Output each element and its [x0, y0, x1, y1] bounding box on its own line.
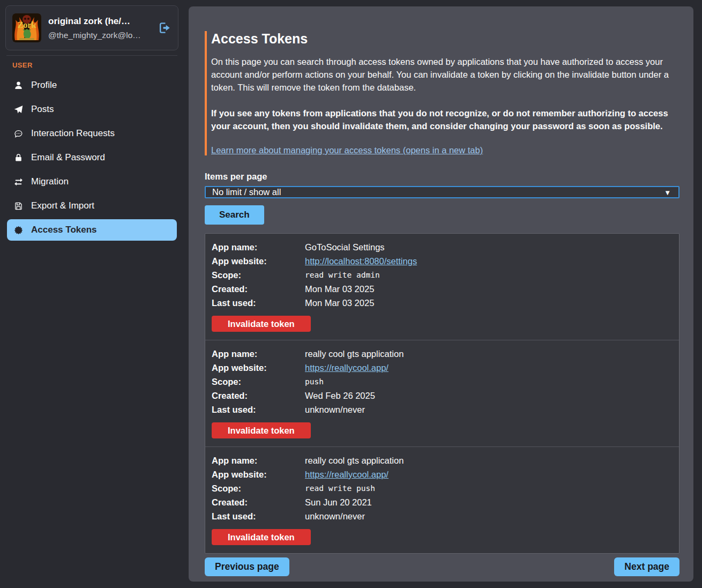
sidebar-item-posts[interactable]: Posts: [7, 99, 177, 120]
token-field-row: Last used: unknown/never: [212, 403, 673, 416]
token-field-row: App name: really cool gts application: [212, 347, 673, 361]
invalidate-token-button[interactable]: Invalidate token: [212, 529, 311, 545]
field-label-scope: Scope:: [212, 481, 305, 495]
sidebar-item-label: Access Tokens: [31, 225, 97, 235]
items-per-page-label: Items per page: [205, 172, 679, 182]
next-page-button[interactable]: Next page: [614, 557, 679, 576]
sidebar-item-label: Profile: [31, 80, 57, 91]
field-label-last-used: Last used:: [212, 403, 305, 416]
token-created: Sun Jun 20 2021: [305, 495, 372, 509]
sign-out-icon[interactable]: [158, 21, 171, 35]
token-app-name: really cool gts application: [305, 347, 404, 361]
token-app-website-link[interactable]: https://reallycool.app/: [305, 361, 389, 375]
avatar: Zork: [12, 13, 41, 42]
user-handle: @the_mighty_zork@lo…: [48, 31, 151, 40]
token-last-used: unknown/never: [305, 509, 365, 523]
token-last-used: unknown/never: [305, 403, 365, 416]
token-app-name: really cool gts application: [305, 453, 404, 467]
token-field-row: App website: https://reallycool.app/: [212, 361, 673, 375]
sidebar-item-migration[interactable]: Migration: [7, 171, 177, 192]
field-label-last-used: Last used:: [212, 509, 305, 523]
sidebar-item-interaction-requests[interactable]: Interaction Requests: [7, 123, 177, 144]
search-button[interactable]: Search: [205, 205, 264, 225]
sidebar-nav: Profile Posts Interaction Requests Email…: [5, 75, 178, 241]
token-entry: App name: really cool gts application Ap…: [205, 340, 679, 447]
sidebar-divider: [6, 55, 177, 56]
token-list: App name: GoToSocial Settings App websit…: [205, 233, 679, 554]
user-display-name: original zork (he/…: [48, 16, 151, 27]
token-field-row: Scope: push: [212, 375, 673, 389]
token-entry: App name: GoToSocial Settings App websit…: [205, 234, 679, 340]
previous-page-button[interactable]: Previous page: [205, 557, 289, 576]
field-label-app-website: App website:: [212, 361, 305, 375]
sidebar-item-email-password[interactable]: Email & Password: [7, 147, 177, 168]
token-field-row: Created: Wed Feb 26 2025: [212, 389, 673, 403]
token-field-row: App website: http://localhost:8080/setti…: [212, 254, 673, 268]
sidebar-item-label: Migration: [31, 176, 69, 187]
field-label-app-website: App website:: [212, 467, 305, 481]
warning-paragraph: If you see any tokens from applications …: [211, 107, 679, 132]
token-field-row: Scope: read write admin: [212, 268, 673, 282]
sidebar: Zork original zork (he/… @the_mighty_zor…: [0, 0, 188, 588]
pagination: Previous page Next page: [205, 557, 679, 576]
invalidate-token-button[interactable]: Invalidate token: [212, 422, 311, 438]
sidebar-item-export-import[interactable]: Export & Import: [7, 195, 177, 217]
token-field-row: Last used: Mon Mar 03 2025: [212, 296, 673, 310]
app-root: Zork original zork (he/… @the_mighty_zor…: [0, 0, 702, 588]
items-per-page-select[interactable]: No limit / show all ▼: [205, 186, 679, 198]
token-app-website-link[interactable]: https://reallycool.app/: [305, 467, 389, 481]
main-panel: Access Tokens On this page you can searc…: [189, 6, 693, 582]
svg-text:Zork: Zork: [18, 20, 36, 29]
sidebar-item-label: Export & Import: [31, 200, 94, 211]
field-label-app-website: App website:: [212, 254, 305, 268]
token-last-used: Mon Mar 03 2025: [305, 296, 374, 310]
token-field-row: Last used: unknown/never: [212, 509, 673, 523]
token-created: Mon Mar 03 2025: [305, 282, 374, 296]
page-intro: Access Tokens On this page you can searc…: [205, 31, 679, 155]
token-field-row: App website: https://reallycool.app/: [212, 467, 673, 481]
learn-more-link[interactable]: Learn more about managing your access to…: [211, 145, 483, 155]
certificate-icon: [13, 225, 23, 235]
user-card[interactable]: Zork original zork (he/… @the_mighty_zor…: [5, 5, 178, 50]
user-info: original zork (he/… @the_mighty_zork@lo…: [48, 16, 151, 40]
user-icon: [13, 80, 23, 90]
field-label-created: Created:: [212, 389, 305, 403]
sidebar-item-profile[interactable]: Profile: [7, 75, 177, 96]
token-field-row: App name: really cool gts application: [212, 453, 673, 467]
token-field-row: Created: Mon Mar 03 2025: [212, 282, 673, 296]
sidebar-item-label: Interaction Requests: [31, 128, 115, 139]
nav-section-label: USER: [12, 61, 178, 69]
token-scope: push: [305, 375, 324, 389]
invalidate-token-button[interactable]: Invalidate token: [212, 316, 311, 332]
token-scope: read write push: [305, 481, 375, 495]
token-field-row: Scope: read write push: [212, 481, 673, 495]
token-field-row: App name: GoToSocial Settings: [212, 240, 673, 254]
floppy-disk-icon: [13, 201, 23, 211]
token-field-row: Created: Sun Jun 20 2021: [212, 495, 673, 509]
token-created: Wed Feb 26 2025: [305, 389, 375, 403]
sidebar-item-label: Posts: [31, 104, 54, 115]
field-label-last-used: Last used:: [212, 296, 305, 310]
lock-icon: [13, 153, 23, 162]
paper-plane-icon: [13, 105, 23, 114]
sidebar-item-label: Email & Password: [31, 152, 105, 163]
token-app-name: GoToSocial Settings: [305, 240, 385, 254]
intro-paragraph: On this page you can search through acce…: [211, 55, 679, 94]
field-label-app-name: App name:: [212, 453, 305, 467]
sidebar-item-access-tokens[interactable]: Access Tokens: [7, 219, 177, 241]
comment-dots-icon: [13, 129, 23, 138]
page-title: Access Tokens: [211, 31, 679, 47]
field-label-app-name: App name:: [212, 347, 305, 361]
field-label-scope: Scope:: [212, 268, 305, 282]
token-scope: read write admin: [305, 268, 380, 282]
field-label-app-name: App name:: [212, 240, 305, 254]
items-per-page-value: No limit / show all: [212, 187, 281, 197]
field-label-scope: Scope:: [212, 375, 305, 389]
dropdown-arrow-icon: ▼: [664, 188, 671, 196]
token-app-website-link[interactable]: http://localhost:8080/settings: [305, 254, 417, 268]
field-label-created: Created:: [212, 282, 305, 296]
field-label-created: Created:: [212, 495, 305, 509]
exchange-arrows-icon: [13, 177, 23, 187]
token-entry: App name: really cool gts application Ap…: [205, 447, 679, 553]
